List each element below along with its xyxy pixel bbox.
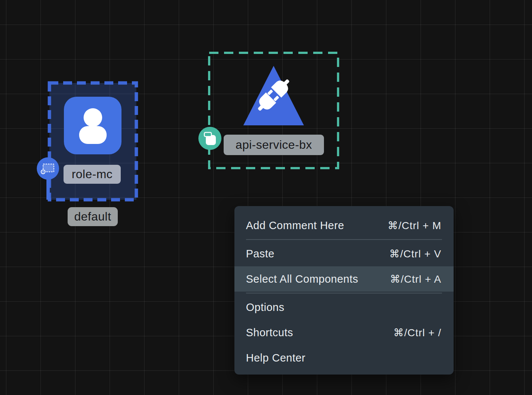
- api-save-badge[interactable]: [198, 127, 221, 150]
- menu-item-label: Select All Components: [246, 273, 358, 285]
- menu-item-select-all-components[interactable]: Select All Components ⌘/Ctrl + A: [234, 266, 454, 292]
- menu-item-shortcut: ⌘/Ctrl + A: [390, 273, 441, 285]
- role-selection-badge[interactable]: [37, 157, 59, 180]
- context-menu: Add Comment Here ⌘/Ctrl + M Paste ⌘/Ctrl…: [234, 206, 454, 375]
- save-icon: [202, 131, 217, 146]
- menu-item-label: Paste: [246, 248, 275, 260]
- role-badge-stem: [46, 178, 50, 200]
- role-node[interactable]: [64, 97, 121, 154]
- plug-icon: [252, 73, 295, 117]
- marquee-selection-icon: [40, 162, 56, 175]
- menu-item-label: Options: [246, 301, 284, 314]
- menu-item-label: Shortcuts: [246, 327, 293, 339]
- menu-item-label: Help Center: [246, 352, 305, 364]
- user-icon: [64, 97, 121, 154]
- role-node-tag[interactable]: default: [68, 207, 118, 226]
- role-node-label[interactable]: role-mc: [64, 165, 121, 184]
- api-node-label-text: api-service-bx: [236, 138, 312, 152]
- role-node-tag-text: default: [74, 210, 111, 224]
- menu-item-label: Add Comment Here: [246, 219, 344, 232]
- menu-divider: [246, 239, 442, 240]
- menu-item-add-comment[interactable]: Add Comment Here ⌘/Ctrl + M: [234, 213, 454, 238]
- api-node-label[interactable]: api-service-bx: [224, 135, 324, 155]
- menu-item-shortcut: ⌘/Ctrl + /: [393, 327, 441, 339]
- menu-item-shortcut: ⌘/Ctrl + M: [387, 219, 441, 232]
- menu-item-help-center[interactable]: Help Center: [234, 345, 454, 370]
- menu-item-shortcuts[interactable]: Shortcuts ⌘/Ctrl + /: [234, 320, 454, 345]
- canvas[interactable]: role-mc default: [0, 0, 532, 395]
- menu-item-shortcut: ⌘/Ctrl + V: [389, 248, 441, 260]
- menu-item-options[interactable]: Options: [234, 295, 454, 320]
- menu-divider: [246, 293, 442, 293]
- menu-item-paste[interactable]: Paste ⌘/Ctrl + V: [234, 241, 454, 266]
- role-node-label-text: role-mc: [72, 167, 113, 181]
